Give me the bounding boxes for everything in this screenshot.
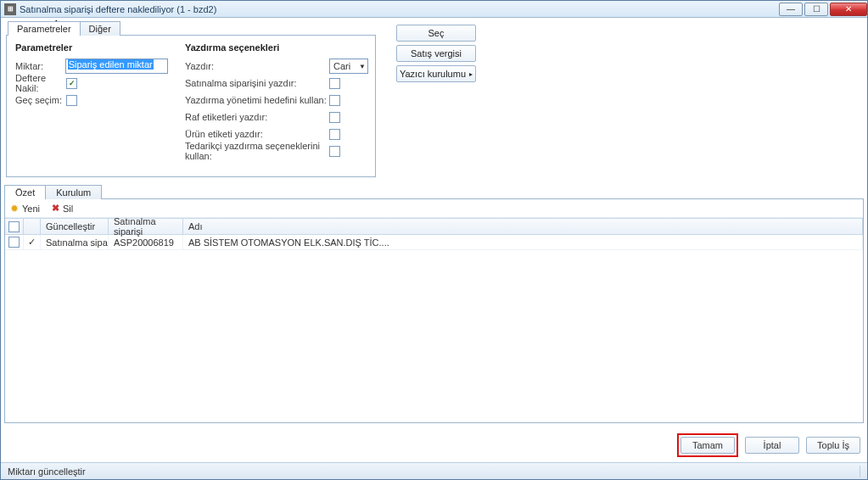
product-label: Ürün etiketi yazdır:: [185, 129, 329, 139]
gec-label: Geç seçim:: [15, 95, 66, 105]
params-panel: Parametreler Miktar: Sipariş edilen mikt…: [6, 35, 376, 177]
shelf-label: Raf etiketleri yazdır:: [185, 112, 329, 122]
print-mgmt-checkbox[interactable]: [329, 95, 340, 106]
satis-vergisi-button[interactable]: Satış vergisi: [396, 45, 476, 62]
deftere-label: Deftere Nakil:: [15, 73, 66, 93]
col-po[interactable]: Satınalma siparişi: [109, 219, 183, 234]
print-heading: Yazdırma seçenekleri: [185, 42, 368, 53]
tab-parametreler[interactable]: Parametreler: [8, 21, 81, 36]
gec-checkbox[interactable]: [66, 95, 77, 106]
chevron-right-icon: ▸: [469, 70, 473, 78]
x-icon: ✖: [52, 203, 59, 214]
sil-button[interactable]: ✖Sil: [52, 203, 73, 214]
minimize-button[interactable]: —: [779, 3, 803, 16]
tamam-button[interactable]: Tamam: [680, 437, 735, 454]
tab-diger[interactable]: Diğer: [80, 21, 120, 36]
tab-ozet[interactable]: Özet: [4, 185, 46, 199]
print-mgmt-label: Yazdırma yönetimi hedefini kullan:: [185, 95, 329, 105]
status-text: Miktarı güncelleştir: [8, 466, 86, 477]
yeni-button[interactable]: ✹Yeni: [10, 203, 40, 215]
vendor-label: Tedarikçi yazdırma seçeneklerini kullan:: [185, 141, 329, 161]
star-icon: ✹: [10, 203, 19, 215]
print-po-checkbox[interactable]: [329, 78, 340, 89]
iptal-button[interactable]: İptal: [745, 437, 799, 454]
row-guncelle: Satınalma sipa...: [41, 235, 109, 249]
miktar-label: Miktar:: [15, 61, 65, 71]
sec-button[interactable]: Seç: [396, 25, 476, 42]
status-separator: [860, 466, 860, 477]
shelf-checkbox[interactable]: [329, 112, 340, 123]
col-adi[interactable]: Adı: [183, 219, 863, 234]
col-guncelle[interactable]: Güncelleştir: [41, 219, 109, 234]
tamam-highlight: Tamam: [677, 433, 738, 457]
vendor-checkbox[interactable]: [329, 146, 340, 157]
params-heading: Parametreler: [15, 42, 168, 53]
yazdir-label: Yazdır:: [185, 61, 329, 71]
yazici-kurulumu-button[interactable]: Yazıcı kurulumu▸: [396, 65, 476, 82]
row-check-icon: ✓: [24, 235, 41, 249]
row-adi: AB SİSTEM OTOMASYON ELK.SAN.DIŞ TİC....: [183, 235, 863, 249]
row-checkbox[interactable]: [8, 237, 20, 248]
product-checkbox[interactable]: [329, 129, 340, 140]
window-title: Satınalma siparişi deftere naklediliyor …: [20, 4, 777, 14]
miktar-input[interactable]: Sipariş edilen miktar: [65, 59, 168, 74]
row-po: ASP20006819: [109, 235, 183, 249]
toplu-is-button[interactable]: Toplu İş: [806, 437, 860, 454]
table-row[interactable]: ✓ Satınalma sipa... ASP20006819 AB SİSTE…: [5, 235, 863, 250]
select-all-checkbox[interactable]: [8, 221, 20, 232]
grid-header: Güncelleştir Satınalma siparişi Adı: [5, 218, 863, 235]
chevron-down-icon: ▼: [359, 63, 366, 70]
deftere-checkbox[interactable]: [66, 78, 77, 89]
print-po-label: Satınalma siparişini yazdır:: [185, 78, 329, 88]
close-button[interactable]: ✕: [830, 3, 867, 16]
tab-kurulum[interactable]: Kurulum: [45, 185, 102, 199]
yazdir-select[interactable]: Cari▼: [329, 59, 368, 74]
app-icon: ⊞: [4, 3, 16, 15]
maximize-button[interactable]: ☐: [804, 3, 828, 16]
